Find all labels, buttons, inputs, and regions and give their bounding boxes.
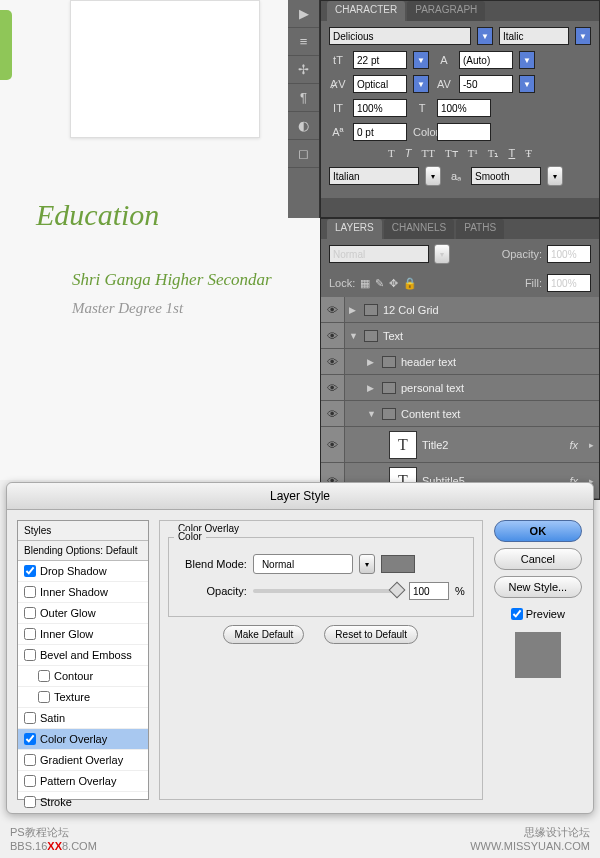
language-select[interactable]: Italian — [329, 167, 419, 185]
style-item-stroke[interactable]: Stroke — [18, 792, 148, 813]
text-color-swatch[interactable] — [437, 123, 491, 141]
tracking-input[interactable]: -50 — [459, 75, 513, 93]
disclosure-icon[interactable]: ▸ — [589, 440, 599, 450]
visibility-icon[interactable]: 👁 — [321, 323, 345, 348]
style-item-gradient-overlay[interactable]: Gradient Overlay — [18, 750, 148, 771]
opacity-input[interactable]: 100% — [547, 245, 591, 263]
baseline-input[interactable]: 0 pt — [353, 123, 407, 141]
lock-all-icon[interactable]: 🔒 — [403, 277, 417, 290]
dropdown-arrow-icon[interactable]: ▼ — [575, 27, 591, 45]
style-item-texture[interactable]: Texture — [18, 687, 148, 708]
make-default-button[interactable]: Make Default — [223, 625, 304, 644]
slider-handle[interactable] — [388, 582, 405, 599]
styles-header[interactable]: Styles — [18, 521, 148, 541]
tool-icon[interactable]: ✢ — [288, 56, 319, 84]
subscript-button[interactable]: T₁ — [488, 147, 499, 160]
fx-badge[interactable]: fx — [569, 439, 578, 451]
disclosure-icon[interactable]: ▶ — [367, 383, 377, 393]
kerning-input[interactable]: Optical — [353, 75, 407, 93]
font-family-select[interactable]: Delicious — [329, 27, 471, 45]
checkbox[interactable] — [24, 775, 36, 787]
dropdown-arrow-icon[interactable]: ▾ — [434, 244, 450, 264]
tool-icon[interactable]: ◐ — [288, 112, 319, 140]
visibility-icon[interactable]: 👁 — [321, 375, 345, 400]
visibility-icon[interactable]: 👁 — [321, 401, 345, 426]
fill-input[interactable]: 100% — [547, 274, 591, 292]
style-item-inner-shadow[interactable]: Inner Shadow — [18, 582, 148, 603]
tab-paths[interactable]: PATHS — [456, 219, 504, 239]
tool-icon[interactable]: ≡ — [288, 28, 319, 56]
checkbox[interactable] — [38, 691, 50, 703]
antialias-select[interactable]: Smooth — [471, 167, 541, 185]
layer-row[interactable]: 👁▶12 Col Grid — [321, 297, 599, 323]
style-item-satin[interactable]: Satin — [18, 708, 148, 729]
checkbox[interactable] — [24, 628, 36, 640]
layer-row[interactable]: 👁▼Text — [321, 323, 599, 349]
style-item-pattern-overlay[interactable]: Pattern Overlay — [18, 771, 148, 792]
layer-row[interactable]: 👁TTitle2fx▸ — [321, 427, 599, 463]
dropdown-arrow-icon[interactable]: ▼ — [413, 75, 429, 93]
font-style-select[interactable]: Italic — [499, 27, 569, 45]
font-size-input[interactable]: 22 pt — [353, 51, 407, 69]
blend-mode-select[interactable]: Normal — [253, 554, 353, 574]
dropdown-arrow-icon[interactable]: ▾ — [359, 554, 375, 574]
ok-button[interactable]: OK — [494, 520, 582, 542]
preview-checkbox[interactable] — [511, 608, 523, 620]
tool-icon[interactable]: ▶ — [288, 0, 319, 28]
dropdown-arrow-icon[interactable]: ▾ — [425, 166, 441, 186]
tool-icon[interactable]: ¶ — [288, 84, 319, 112]
lock-transparent-icon[interactable]: ▦ — [360, 277, 370, 290]
dropdown-arrow-icon[interactable]: ▾ — [547, 166, 563, 186]
layer-row[interactable]: 👁▶personal text — [321, 375, 599, 401]
reset-default-button[interactable]: Reset to Default — [324, 625, 418, 644]
allcaps-button[interactable]: TT — [422, 147, 435, 160]
hscale-input[interactable]: 100% — [437, 99, 491, 117]
tab-paragraph[interactable]: PARAGRAPH — [407, 1, 485, 21]
superscript-button[interactable]: T¹ — [468, 147, 478, 160]
opacity-slider[interactable] — [253, 589, 403, 593]
vscale-input[interactable]: 100% — [353, 99, 407, 117]
disclosure-icon[interactable]: ▼ — [367, 409, 377, 419]
style-item-inner-glow[interactable]: Inner Glow — [18, 624, 148, 645]
smallcaps-button[interactable]: Tᴛ — [445, 147, 458, 160]
disclosure-icon[interactable]: ▶ — [349, 305, 359, 315]
blend-mode-select[interactable]: Normal — [329, 245, 429, 263]
style-item-contour[interactable]: Contour — [18, 666, 148, 687]
visibility-icon[interactable]: 👁 — [321, 349, 345, 374]
dropdown-arrow-icon[interactable]: ▼ — [477, 27, 493, 45]
checkbox[interactable] — [24, 649, 36, 661]
style-item-color-overlay[interactable]: Color Overlay — [18, 729, 148, 750]
disclosure-icon[interactable]: ▼ — [349, 331, 359, 341]
cancel-button[interactable]: Cancel — [494, 548, 582, 570]
bold-button[interactable]: T — [388, 147, 395, 160]
checkbox[interactable] — [24, 733, 36, 745]
blending-options-header[interactable]: Blending Options: Default — [18, 541, 148, 561]
underline-button[interactable]: T — [508, 147, 515, 160]
checkbox[interactable] — [24, 754, 36, 766]
disclosure-icon[interactable]: ▶ — [367, 357, 377, 367]
opacity-value-input[interactable]: 100 — [409, 582, 449, 600]
style-item-outer-glow[interactable]: Outer Glow — [18, 603, 148, 624]
lock-move-icon[interactable]: ✥ — [389, 277, 398, 290]
tool-icon[interactable]: ◻ — [288, 140, 319, 168]
dropdown-arrow-icon[interactable]: ▼ — [519, 51, 535, 69]
checkbox[interactable] — [24, 565, 36, 577]
style-item-bevel-emboss[interactable]: Bevel and Emboss — [18, 645, 148, 666]
tab-character[interactable]: CHARACTER — [327, 1, 405, 21]
overlay-color-swatch[interactable] — [381, 555, 415, 573]
dropdown-arrow-icon[interactable]: ▼ — [519, 75, 535, 93]
checkbox[interactable] — [38, 670, 50, 682]
checkbox[interactable] — [24, 607, 36, 619]
italic-button[interactable]: T — [405, 147, 412, 160]
visibility-icon[interactable]: 👁 — [321, 297, 345, 322]
layer-row[interactable]: 👁▶header text — [321, 349, 599, 375]
dropdown-arrow-icon[interactable]: ▼ — [413, 51, 429, 69]
checkbox[interactable] — [24, 586, 36, 598]
leading-input[interactable]: (Auto) — [459, 51, 513, 69]
tab-layers[interactable]: LAYERS — [327, 219, 382, 239]
checkbox[interactable] — [24, 796, 36, 808]
checkbox[interactable] — [24, 712, 36, 724]
strike-button[interactable]: Ŧ — [525, 147, 532, 160]
style-item-drop-shadow[interactable]: Drop Shadow — [18, 561, 148, 582]
visibility-icon[interactable]: 👁 — [321, 427, 345, 462]
